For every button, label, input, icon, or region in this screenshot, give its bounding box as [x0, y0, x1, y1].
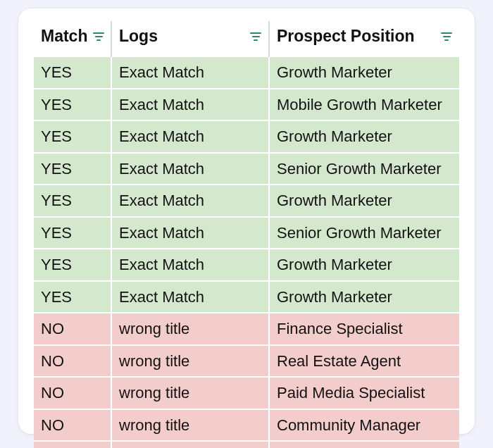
cell-position: Senior Growth Marketer [269, 217, 459, 249]
col-header-label: Prospect Position [277, 27, 415, 46]
col-header-match[interactable]: Match [34, 21, 111, 56]
table-row[interactable]: YES Exact Match Growth Marketer [34, 249, 459, 281]
table-row[interactable]: YES Exact Match Growth Marketer [34, 56, 459, 89]
cell-logs: Exact Match [111, 281, 269, 313]
cell-position: Growth Marketer [269, 120, 459, 153]
cell-position: Growth Marketer [269, 281, 459, 313]
cell-logs: wrong title [111, 345, 269, 378]
cell-logs: Exact Match [111, 120, 269, 153]
table-row[interactable]: NO wrong title Finance Specialist [34, 313, 459, 345]
cell-position: Senior Growth Marketer [269, 153, 459, 185]
cell-logs: Exact Match [111, 56, 269, 89]
cell-logs: wrong title [111, 313, 269, 345]
cell-match: YES [34, 153, 111, 185]
col-header-logs[interactable]: Logs [111, 21, 269, 56]
table-row[interactable]: YES Exact Match Growth Marketer [34, 281, 459, 313]
table-row[interactable]: NO wrong title Paid Media Specialist [34, 377, 459, 409]
table-row[interactable]: YES Exact Match Senior Growth Marketer [34, 153, 459, 185]
table-row[interactable]: NO wrong title Real Estate Agent [34, 345, 459, 378]
cell-match: YES [34, 120, 111, 153]
cell-position: Client Manager [269, 441, 459, 448]
cell-match: NO [34, 409, 111, 442]
table-row[interactable]: NO wrong title Community Manager [34, 409, 459, 442]
cell-position: Growth Marketer [269, 185, 459, 217]
table-row[interactable]: NO wrong title Client Manager [34, 441, 459, 448]
cell-logs: Exact Match [111, 153, 269, 185]
cell-match: NO [34, 441, 111, 448]
cell-match: YES [34, 281, 111, 313]
filter-icon[interactable] [93, 32, 104, 42]
cell-logs: Exact Match [111, 217, 269, 249]
col-header-position[interactable]: Prospect Position [269, 21, 459, 56]
table-card: Match Logs Pro [18, 8, 475, 434]
cell-position: Growth Marketer [269, 56, 459, 89]
cell-match: YES [34, 249, 111, 281]
table-header-row: Match Logs Pro [34, 21, 459, 56]
cell-logs: wrong title [111, 377, 269, 409]
cell-match: YES [34, 89, 111, 121]
filter-icon[interactable] [441, 32, 452, 42]
cell-match: YES [34, 185, 111, 217]
cell-logs: Exact Match [111, 185, 269, 217]
cell-position: Paid Media Specialist [269, 377, 459, 409]
cell-match: NO [34, 313, 111, 345]
cell-match: NO [34, 345, 111, 378]
cell-position: Real Estate Agent [269, 345, 459, 378]
table-row[interactable]: YES Exact Match Growth Marketer [34, 185, 459, 217]
table-row[interactable]: YES Exact Match Growth Marketer [34, 120, 459, 153]
prospect-table: Match Logs Pro [34, 21, 459, 448]
cell-position: Growth Marketer [269, 249, 459, 281]
cell-position: Community Manager [269, 409, 459, 442]
filter-icon[interactable] [250, 32, 261, 42]
cell-match: NO [34, 377, 111, 409]
cell-logs: wrong title [111, 441, 269, 448]
table-row[interactable]: YES Exact Match Mobile Growth Marketer [34, 89, 459, 121]
cell-logs: Exact Match [111, 89, 269, 121]
cell-position: Finance Specialist [269, 313, 459, 345]
col-header-label: Logs [119, 27, 158, 46]
table-body: YES Exact Match Growth Marketer YES Exac… [34, 56, 459, 448]
cell-logs: wrong title [111, 409, 269, 442]
cell-logs: Exact Match [111, 249, 269, 281]
cell-match: YES [34, 56, 111, 89]
table-row[interactable]: YES Exact Match Senior Growth Marketer [34, 217, 459, 249]
col-header-label: Match [41, 27, 87, 46]
cell-match: YES [34, 217, 111, 249]
cell-position: Mobile Growth Marketer [269, 89, 459, 121]
